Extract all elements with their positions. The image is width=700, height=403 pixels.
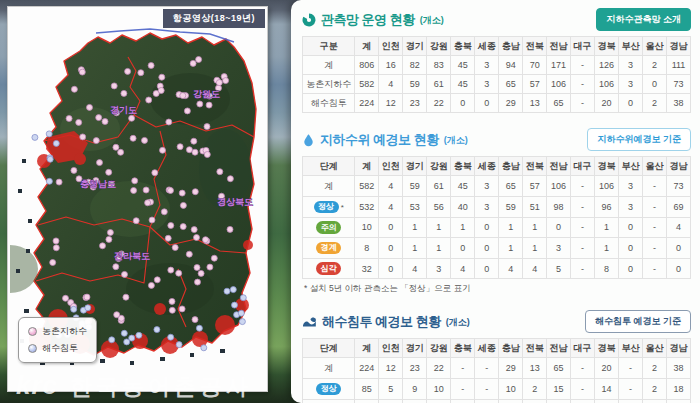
column-header: 전북 <box>523 339 547 358</box>
table-cell: 3 <box>499 399 523 403</box>
table-cell: 1 <box>595 399 619 403</box>
province-label: 경기도 <box>110 105 137 115</box>
table-cell: 3 <box>475 176 499 197</box>
table-cell: 59 <box>499 197 523 218</box>
table-cell: 15 <box>547 379 571 400</box>
status-badge: 정상 <box>316 383 341 396</box>
table-cell: 98 <box>547 197 571 218</box>
table-cell: 2 <box>666 399 690 403</box>
table-cell: 1 <box>595 217 619 238</box>
table-cell: - <box>571 217 595 238</box>
table-cell: 83 <box>427 56 451 75</box>
table-cell: 1 <box>499 238 523 259</box>
footnote: * 설치 5년 이하 관측소는 「정상」으로 표기 <box>304 283 691 295</box>
table-cell: 22 <box>427 358 451 379</box>
column-header: 강원 <box>427 157 451 176</box>
groundwater-level-alert-table: 단계계인천경기강원충북세종충남전북전남대구경북부산울산경남계5824596145… <box>302 156 691 279</box>
seawater-alert-criteria-button[interactable]: 해수침투 예경보 기준 <box>585 310 691 333</box>
table-cell: 1 <box>427 399 451 403</box>
table-cell: 8 <box>595 258 619 279</box>
table-cell: - <box>643 197 667 218</box>
table-cell: 45 <box>451 75 475 94</box>
column-header: 대구 <box>571 339 595 358</box>
table-cell: 3 <box>475 197 499 218</box>
table-row: 심각3204340445-80-0 <box>303 258 691 279</box>
table-cell: 0 <box>619 217 643 238</box>
column-header: 경기 <box>403 37 427 56</box>
table-cell: 1 <box>427 217 451 238</box>
column-header: 충북 <box>451 339 475 358</box>
table-cell: 10 <box>427 379 451 400</box>
table-cell: 0 <box>451 238 475 259</box>
table-row: 계8061682834539470171-12632111 <box>303 56 691 75</box>
table-row: 해수침투22412232200291365-200238 <box>303 94 691 113</box>
table-cell: 0 <box>619 258 643 279</box>
wave-icon <box>302 315 317 328</box>
section-unit: (개소) <box>420 14 444 27</box>
table-cell: 10 <box>499 379 523 400</box>
column-header: 세종 <box>475 157 499 176</box>
table-cell: 45 <box>451 56 475 75</box>
section-seawater-intrusion-alert: 해수침투 예경보 현황 (개소) 해수침투 예경보 기준 단계계인천경기강원충북… <box>302 310 691 403</box>
column-header: 전남 <box>547 339 571 358</box>
table-row: 주의13021--313-1-02 <box>303 399 691 403</box>
table-cell: 0 <box>643 75 667 94</box>
column-header: 구분 <box>303 37 355 56</box>
column-header: 충북 <box>451 37 475 56</box>
table-cell: 70 <box>523 56 547 75</box>
column-header: 경북 <box>595 339 619 358</box>
aerial-imagery-label: 항공영상(18~19년) <box>163 9 265 28</box>
province-label: 경상북도 <box>217 197 253 207</box>
map-legend: 농촌지하수해수침투 <box>18 317 97 363</box>
table-cell: 0 <box>379 238 403 259</box>
table-cell: - <box>643 176 667 197</box>
row-label: 경계 <box>303 238 355 259</box>
row-label: 계 <box>303 358 355 379</box>
table-cell: 18 <box>666 379 690 400</box>
groundwater-network-intro-button[interactable]: 지하수관측망 소개 <box>596 8 691 31</box>
donut-chart-icon <box>302 13 316 27</box>
column-header: 부산 <box>619 339 643 358</box>
table-cell: 106 <box>547 75 571 94</box>
table-cell: 4 <box>451 258 475 279</box>
table-cell: 9 <box>403 379 427 400</box>
groundwater-alert-criteria-button[interactable]: 지하수위예경보 기준 <box>587 128 691 151</box>
table-cell: - <box>475 399 499 403</box>
table-cell: 4 <box>523 258 547 279</box>
table-cell: 3 <box>619 176 643 197</box>
column-header: 경북 <box>595 157 619 176</box>
row-label: 해수침투 <box>303 94 355 113</box>
table-cell: 0 <box>475 238 499 259</box>
column-header: 인천 <box>379 157 403 176</box>
table-cell: 0 <box>379 217 403 238</box>
table-cell: 0 <box>379 399 403 403</box>
table-cell: - <box>451 379 475 400</box>
table-cell: 3 <box>475 75 499 94</box>
table-cell: - <box>571 379 595 400</box>
column-header: 전남 <box>547 157 571 176</box>
column-header: 충북 <box>451 157 475 176</box>
table-cell: 65 <box>499 75 523 94</box>
seawater-intrusion-marker-icon <box>28 344 37 353</box>
table-cell: 3 <box>427 258 451 279</box>
column-header: 전남 <box>547 37 571 56</box>
table-cell: - <box>571 399 595 403</box>
table-cell: 0 <box>379 258 403 279</box>
table-cell: 224 <box>355 94 379 113</box>
column-header: 충남 <box>499 157 523 176</box>
table-cell: 0 <box>619 94 643 113</box>
table-cell: - <box>475 379 499 400</box>
table-cell: 2 <box>643 379 667 400</box>
table-cell: - <box>571 238 595 259</box>
column-header: 전북 <box>523 157 547 176</box>
table-cell: 1 <box>451 217 475 238</box>
table-cell: 582 <box>355 176 379 197</box>
legend-label: 해수침투 <box>42 342 78 355</box>
column-header: 대구 <box>571 157 595 176</box>
table-cell: 65 <box>499 176 523 197</box>
table-cell: 4 <box>379 75 403 94</box>
table-cell: 3 <box>547 238 571 259</box>
status-badge: 경계 <box>316 242 341 255</box>
table-cell: 57 <box>523 176 547 197</box>
table-cell: 45 <box>451 176 475 197</box>
